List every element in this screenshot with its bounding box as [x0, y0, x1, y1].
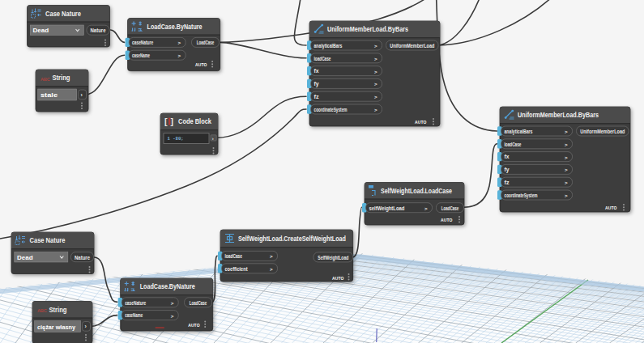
svg-text:UniformMemberLoad: UniformMemberLoad [580, 129, 625, 134]
svg-text:UniformMemberLoad.ByBars: UniformMemberLoad.ByBars [518, 111, 599, 119]
svg-text:>: > [178, 40, 181, 45]
svg-text:coefficient: coefficient [225, 266, 249, 272]
svg-text:analyticalBars: analyticalBars [505, 129, 533, 135]
svg-text:fx: fx [505, 154, 510, 159]
svg-text:ciężar własny: ciężar własny [37, 324, 75, 331]
svg-text:>: > [374, 56, 377, 61]
svg-text:AUTO: AUTO [415, 120, 426, 125]
svg-text:String: String [49, 306, 67, 314]
svg-text:LoadCase.ByNature: LoadCase.ByNature [140, 282, 195, 290]
svg-text:>: > [374, 94, 377, 100]
svg-text:AUTO: AUTO [188, 323, 199, 328]
svg-text:LoadCase: LoadCase [441, 205, 459, 211]
svg-text:>: > [424, 205, 428, 211]
svg-text:caseNature: caseNature [125, 300, 146, 306]
svg-text:fx: fx [314, 68, 319, 74]
svg-text:>: > [171, 313, 174, 319]
svg-text:>: > [374, 43, 377, 49]
svg-text:AUTO: AUTO [332, 276, 343, 281]
svg-text:coordinateSystem: coordinateSystem [505, 193, 538, 199]
svg-text:>: > [565, 180, 568, 185]
svg-text:>: > [374, 69, 377, 74]
svg-text:>: > [171, 300, 174, 306]
svg-text:Dead: Dead [33, 27, 49, 34]
svg-text:]: ] [171, 116, 174, 126]
svg-text:caseNature: caseNature [132, 40, 153, 45]
svg-text:String: String [53, 74, 70, 82]
svg-text:>: > [178, 53, 181, 58]
svg-text:fy: fy [314, 81, 319, 87]
svg-text:stale: stale [41, 91, 58, 99]
svg-text:caseName: caseName [125, 312, 143, 318]
svg-text:>: > [270, 253, 273, 259]
svg-text:LoadCase: LoadCase [190, 300, 207, 306]
svg-text:loadCase: loadCase [505, 142, 522, 147]
svg-text:Case Nature: Case Nature [30, 236, 66, 244]
svg-text:1 -80;: 1 -80; [168, 136, 184, 142]
svg-text:AUTO: AUTO [605, 205, 616, 210]
svg-text:loadCase: loadCase [225, 253, 243, 259]
svg-text:Nature: Nature [75, 255, 90, 260]
svg-text:UniformMemberLoad.ByBars: UniformMemberLoad.ByBars [327, 25, 408, 33]
svg-text:>: > [374, 107, 377, 112]
svg-text:ABC: ABC [41, 77, 50, 82]
svg-text:LoadCase.ByNature: LoadCase.ByNature [147, 23, 203, 31]
svg-text:selfWeightLoad: selfWeightLoad [369, 205, 405, 212]
svg-text:Nature: Nature [91, 28, 106, 33]
svg-text:analyticalBars: analyticalBars [314, 43, 343, 49]
svg-text:SelfWeightLoad: SelfWeightLoad [318, 255, 348, 261]
svg-text:AUTO: AUTO [441, 218, 452, 222]
svg-text:>: > [565, 129, 568, 134]
svg-text:AUTO: AUTO [195, 62, 207, 67]
svg-text:Case Nature: Case Nature [45, 10, 81, 18]
svg-text:coordinateSystem: coordinateSystem [314, 107, 348, 113]
svg-text:fz: fz [314, 94, 320, 100]
svg-text:›: › [212, 136, 214, 141]
svg-text:loadCase: loadCase [314, 56, 331, 61]
svg-text:[: [ [164, 116, 168, 126]
svg-text:caseName: caseName [132, 53, 150, 58]
svg-text:UniformMemberLoad: UniformMemberLoad [390, 43, 434, 49]
svg-text:>: > [565, 155, 568, 160]
svg-text:SelfWeightLoad.LoadCase: SelfWeightLoad.LoadCase [381, 187, 452, 195]
svg-text:>: > [565, 193, 568, 198]
svg-text:ABC: ABC [37, 308, 47, 313]
svg-text:>: > [565, 142, 568, 147]
svg-text:>: > [270, 266, 273, 272]
svg-text:SelfWeightLoad.CreateSelfWeigh: SelfWeightLoad.CreateSelfWeightLoad [238, 235, 346, 243]
svg-text:LoadCase: LoadCase [197, 40, 215, 45]
svg-text:Dead: Dead [17, 254, 33, 261]
svg-text:>: > [374, 81, 377, 87]
svg-text:fy: fy [505, 167, 510, 173]
svg-text:Code Block: Code Block [178, 117, 211, 125]
svg-text:>: > [565, 167, 568, 172]
svg-text:fz: fz [505, 180, 510, 185]
